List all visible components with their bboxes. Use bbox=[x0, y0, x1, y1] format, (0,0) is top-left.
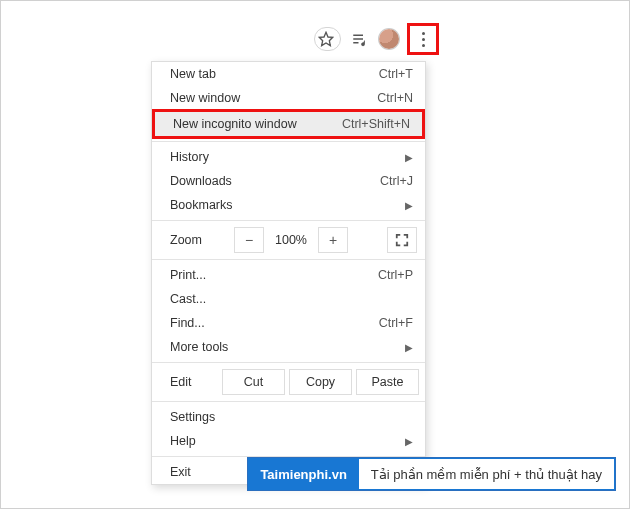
svg-marker-0 bbox=[319, 32, 332, 45]
browser-toolbar bbox=[314, 23, 439, 55]
chevron-right-icon: ▶ bbox=[397, 436, 413, 447]
menu-item-new-incognito[interactable]: New incognito window Ctrl+Shift+N bbox=[155, 112, 422, 136]
kebab-dot-icon bbox=[422, 32, 425, 35]
menu-item-shortcut: Ctrl+P bbox=[368, 268, 413, 282]
cut-label: Cut bbox=[244, 375, 263, 389]
footer-brand: Taimienphi.vn bbox=[248, 458, 358, 490]
menu-separator bbox=[152, 401, 425, 402]
menu-item-cast[interactable]: Cast... bbox=[152, 287, 425, 311]
paste-button[interactable]: Paste bbox=[356, 369, 419, 395]
menu-item-settings[interactable]: Settings bbox=[152, 405, 425, 429]
chrome-main-menu: New tab Ctrl+T New window Ctrl+N New inc… bbox=[151, 61, 426, 485]
menu-item-label: Bookmarks bbox=[170, 198, 397, 212]
incognito-highlight: New incognito window Ctrl+Shift+N bbox=[152, 109, 425, 139]
menu-separator bbox=[152, 456, 425, 457]
profile-avatar[interactable] bbox=[379, 29, 399, 49]
menu-item-downloads[interactable]: Downloads Ctrl+J bbox=[152, 169, 425, 193]
media-queue-icon bbox=[351, 31, 369, 47]
footer-tagline: Tải phần mềm miễn phí + thủ thuật hay bbox=[359, 458, 615, 490]
menu-separator bbox=[152, 362, 425, 363]
cut-button[interactable]: Cut bbox=[222, 369, 285, 395]
menu-button[interactable] bbox=[422, 32, 425, 47]
menu-item-new-tab[interactable]: New tab Ctrl+T bbox=[152, 62, 425, 86]
zoom-in-button[interactable]: + bbox=[318, 227, 348, 253]
bookmark-star-button[interactable] bbox=[314, 27, 341, 51]
menu-item-label: New tab bbox=[170, 67, 369, 81]
menu-item-shortcut: Ctrl+T bbox=[369, 67, 413, 81]
menu-edit-row: Edit Cut Copy Paste bbox=[152, 366, 425, 398]
fullscreen-icon bbox=[395, 233, 409, 247]
chevron-right-icon: ▶ bbox=[397, 200, 413, 211]
star-icon bbox=[318, 31, 334, 47]
chevron-right-icon: ▶ bbox=[397, 342, 413, 353]
menu-item-bookmarks[interactable]: Bookmarks ▶ bbox=[152, 193, 425, 217]
chevron-right-icon: ▶ bbox=[397, 152, 413, 163]
menu-item-shortcut: Ctrl+J bbox=[370, 174, 413, 188]
menu-item-label: Help bbox=[170, 434, 397, 448]
menu-item-label: Settings bbox=[170, 410, 413, 424]
minus-icon: − bbox=[245, 232, 253, 248]
menu-item-more-tools[interactable]: More tools ▶ bbox=[152, 335, 425, 359]
footer-watermark: Taimienphi.vn Tải phần mềm miễn phí + th… bbox=[248, 458, 615, 490]
menu-item-help[interactable]: Help ▶ bbox=[152, 429, 425, 453]
fullscreen-button[interactable] bbox=[387, 227, 417, 253]
menu-item-label: Cast... bbox=[170, 292, 413, 306]
menu-item-label: Find... bbox=[170, 316, 369, 330]
copy-label: Copy bbox=[306, 375, 335, 389]
zoom-value: 100% bbox=[268, 233, 314, 247]
paste-label: Paste bbox=[372, 375, 404, 389]
menu-item-find[interactable]: Find... Ctrl+F bbox=[152, 311, 425, 335]
menu-separator bbox=[152, 141, 425, 142]
menu-item-label: Downloads bbox=[170, 174, 370, 188]
kebab-dot-icon bbox=[422, 44, 425, 47]
menu-zoom-row: Zoom − 100% + bbox=[152, 224, 425, 256]
menu-item-label: More tools bbox=[170, 340, 397, 354]
menu-separator bbox=[152, 259, 425, 260]
zoom-label: Zoom bbox=[170, 233, 230, 247]
menu-button-highlight bbox=[407, 23, 439, 55]
menu-item-history[interactable]: History ▶ bbox=[152, 145, 425, 169]
menu-item-shortcut: Ctrl+F bbox=[369, 316, 413, 330]
menu-item-new-window[interactable]: New window Ctrl+N bbox=[152, 86, 425, 110]
menu-item-label: History bbox=[170, 150, 397, 164]
menu-item-shortcut: Ctrl+Shift+N bbox=[332, 117, 410, 131]
menu-separator bbox=[152, 220, 425, 221]
edit-label: Edit bbox=[170, 375, 218, 389]
zoom-out-button[interactable]: − bbox=[234, 227, 264, 253]
copy-button[interactable]: Copy bbox=[289, 369, 352, 395]
menu-item-label: New window bbox=[170, 91, 367, 105]
menu-item-label: New incognito window bbox=[173, 117, 332, 131]
plus-icon: + bbox=[329, 232, 337, 248]
kebab-dot-icon bbox=[422, 38, 425, 41]
menu-item-print[interactable]: Print... Ctrl+P bbox=[152, 263, 425, 287]
menu-item-label: Print... bbox=[170, 268, 368, 282]
media-queue-button[interactable] bbox=[349, 28, 371, 50]
menu-item-shortcut: Ctrl+N bbox=[367, 91, 413, 105]
